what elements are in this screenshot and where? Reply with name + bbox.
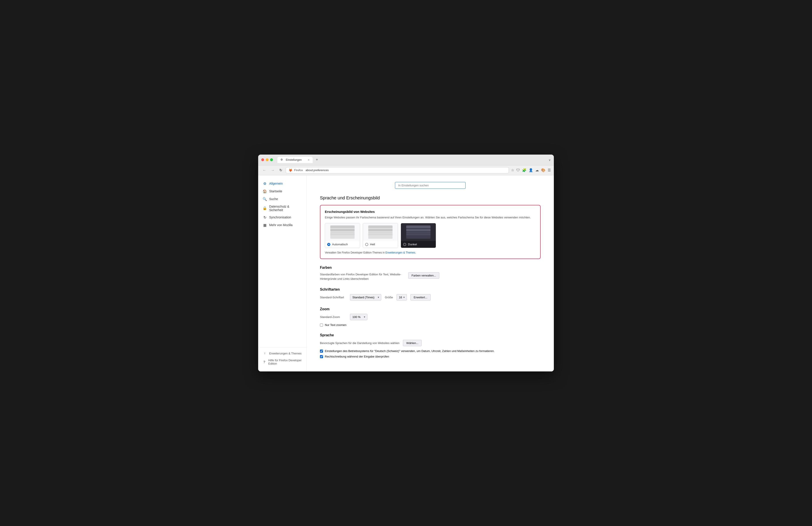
sidebar: ⚙ Allgemein 🏠 Startseite 🔍 Suche 🔒 Daten… <box>258 175 307 372</box>
theme-preview-automatisch <box>325 223 360 241</box>
menu-icon[interactable]: ☰ <box>548 168 551 172</box>
theme-preview-img-dunkel <box>406 226 431 239</box>
os-settings-label: Einstellungen des Betriebssystems für "D… <box>325 349 494 353</box>
back-button[interactable]: ← <box>261 168 267 173</box>
search-input[interactable] <box>395 182 466 189</box>
size-select-wrap: 16 ▼ <box>396 294 407 300</box>
zoom-row: Standard-Zoom 100 % ▼ <box>320 314 541 320</box>
tab-title: Einstellungen <box>286 158 306 161</box>
gear-icon: ⚙ <box>263 182 267 186</box>
bookmark-icon[interactable]: ☆ <box>511 168 514 172</box>
customize-icon: 🎨 <box>541 168 546 172</box>
forward-button[interactable]: → <box>270 168 276 173</box>
preview-line-dark-2 <box>406 234 431 235</box>
font-select[interactable]: Standard (Times) <box>350 294 381 300</box>
extensions-icon[interactable]: 🧩 <box>522 168 526 172</box>
zoom-text-checkbox[interactable] <box>320 324 323 327</box>
size-label: Größe <box>385 296 393 299</box>
browser-window: ⚙ Einstellungen × + ∨ ← → ↻ 🦊 Firefox ab… <box>258 155 554 372</box>
spellcheck-checkbox[interactable] <box>320 355 323 358</box>
choose-language-button[interactable]: Wählen... <box>403 340 422 346</box>
theme-preview-dunkel <box>401 223 436 241</box>
size-select[interactable]: 16 <box>396 294 407 300</box>
address-protocol: Firefox <box>294 169 303 172</box>
maximize-window-button[interactable] <box>270 158 273 161</box>
zoom-select[interactable]: 100 % <box>350 314 367 320</box>
sidebar-item-label-datenschutz: Datenschutz & Sicherheit <box>269 205 302 212</box>
language-desc: Bevorzugte Sprachen für die Darstellung … <box>320 341 400 345</box>
toolbar-actions: ☆ 🛡 🧩 👤 ☁ 🎨 ☰ <box>511 168 551 172</box>
radio-dunkel[interactable] <box>403 243 406 246</box>
zoom-section: Zoom Standard-Zoom 100 % ▼ Nur Text zoom… <box>320 307 541 327</box>
theme-label-text-hell: Hell <box>370 243 375 246</box>
sidebar-item-startseite[interactable]: 🏠 Startseite <box>258 187 306 195</box>
sidebar-item-erweiterungen[interactable]: ↑ Erweiterungen & Themes <box>258 350 306 357</box>
sidebar-item-hilfe[interactable]: ? Hilfe für Firefox Developer Edition <box>258 357 306 367</box>
theme-option-automatisch[interactable]: Automatisch <box>325 223 360 248</box>
colors-section-title: Farben <box>320 266 541 270</box>
os-settings-checkbox[interactable] <box>320 350 323 353</box>
minimize-window-button[interactable] <box>266 158 269 161</box>
theme-option-hell[interactable]: Hell <box>363 223 398 248</box>
shield-icon[interactable]: 🛡 <box>516 168 520 172</box>
theme-label-hell[interactable]: Hell <box>363 241 398 248</box>
search-bar-wrap <box>320 182 541 189</box>
theme-footer-suffix: . <box>415 251 416 254</box>
fonts-label: Standard-Schriftart <box>320 296 346 299</box>
zoom-section-title: Zoom <box>320 307 541 311</box>
active-tab[interactable]: ⚙ Einstellungen × <box>277 157 313 163</box>
language-row: Bevorzugte Sprachen für die Darstellung … <box>320 340 541 346</box>
extensions-themes-link[interactable]: Erweiterungen & Themes <box>386 251 415 254</box>
font-select-wrap: Standard (Times) ▼ <box>350 294 381 300</box>
account-icon[interactable]: 👤 <box>529 168 533 172</box>
colors-section: Farben Standardfarben von Firefox Develo… <box>320 266 541 281</box>
theme-label-dunkel[interactable]: Dunkel <box>401 241 436 248</box>
address-url: about:preferences <box>306 169 329 172</box>
preview-line-dark-1 <box>406 232 431 233</box>
preview-bar-1 <box>330 229 354 231</box>
theme-preview-hell <box>363 223 398 241</box>
sidebar-item-label-erweiterungen: Erweiterungen & Themes <box>269 352 301 355</box>
zoom-select-wrap: 100 % ▼ <box>350 314 367 320</box>
sidebar-nav: ⚙ Allgemein 🏠 Startseite 🔍 Suche 🔒 Daten… <box>258 180 306 345</box>
theme-options: Automatisch <box>325 223 536 248</box>
sidebar-item-mozilla[interactable]: ▦ Mehr von Mozilla <box>258 221 306 229</box>
advanced-fonts-button[interactable]: Erweitert... <box>410 294 431 300</box>
theme-label-text-automatisch: Automatisch <box>332 243 348 246</box>
manage-colors-button[interactable]: Farben verwalten... <box>408 272 439 279</box>
sidebar-item-suche[interactable]: 🔍 Suche <box>258 195 306 203</box>
sidebar-item-synchronisation[interactable]: ↻ Synchronisation <box>258 214 306 221</box>
radio-hell[interactable] <box>365 243 368 246</box>
appearance-card: Erscheinungsbild von Websites Einige Web… <box>320 205 541 259</box>
sidebar-bottom: ↑ Erweiterungen & Themes ? Hilfe für Fir… <box>258 345 306 367</box>
appearance-card-title: Erscheinungsbild von Websites <box>325 210 536 214</box>
zoom-text-checkbox-row: Nur Text zoomen <box>320 323 541 327</box>
radio-automatisch[interactable] <box>327 243 330 246</box>
sidebar-item-label-mozilla: Mehr von Mozilla <box>269 223 293 227</box>
sync-icon[interactable]: ☁ <box>535 168 539 172</box>
spellcheck-checkbox-row: Rechtschreibung während der Eingabe über… <box>320 355 541 358</box>
extensions-footer-icon: ↑ <box>263 352 267 355</box>
tab-menu-button[interactable]: ∨ <box>549 158 551 162</box>
sidebar-item-allgemein[interactable]: ⚙ Allgemein <box>258 180 306 187</box>
spellcheck-label: Rechtschreibung während der Eingabe über… <box>325 355 389 358</box>
tab-close-button[interactable]: × <box>308 158 309 162</box>
refresh-button[interactable]: ↻ <box>278 168 284 173</box>
zoom-text-label: Nur Text zoomen <box>325 323 346 327</box>
os-settings-checkbox-row: Einstellungen des Betriebssystems für "D… <box>320 349 541 353</box>
fonts-section-title: Schriftarten <box>320 287 541 292</box>
sidebar-item-datenschutz[interactable]: 🔒 Datenschutz & Sicherheit <box>258 203 306 214</box>
close-window-button[interactable] <box>261 158 264 161</box>
theme-label-automatisch[interactable]: Automatisch <box>325 241 360 248</box>
preview-line-hell-2 <box>368 234 393 235</box>
page: ⚙ Allgemein 🏠 Startseite 🔍 Suche 🔒 Daten… <box>258 175 554 372</box>
new-tab-button[interactable]: + <box>315 157 319 162</box>
theme-preview-img-hell <box>368 226 393 239</box>
theme-option-dunkel[interactable]: Dunkel <box>401 223 436 248</box>
sidebar-item-label-suche: Suche <box>269 197 278 201</box>
address-bar[interactable]: 🦊 Firefox about:preferences <box>286 167 509 173</box>
colors-row: Standardfarben von Firefox Developer Edi… <box>320 272 541 281</box>
tabs-area: ⚙ Einstellungen × + <box>277 157 546 163</box>
sidebar-item-label-allgemein: Allgemein <box>269 182 282 185</box>
preview-bar-hell-1 <box>368 229 393 231</box>
